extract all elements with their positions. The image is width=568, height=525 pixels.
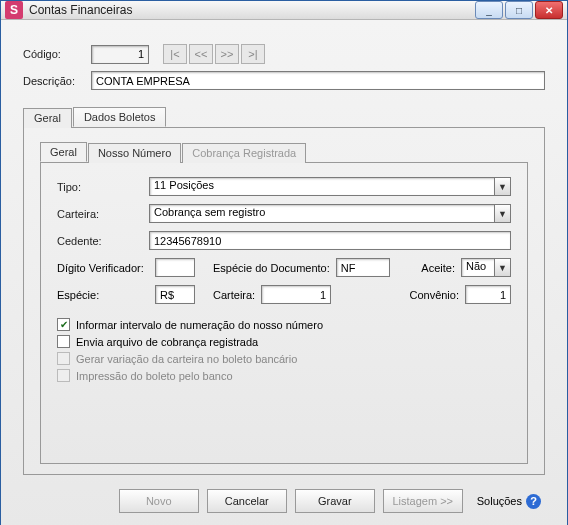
carteira2-input[interactable] [261,285,331,304]
tab-dados-boletos[interactable]: Dados Boletos [73,107,167,127]
inner-tab-geral[interactable]: Geral [40,142,87,162]
solucoes-label: Soluções [477,495,522,507]
inner-tab-panel: Tipo: 11 Posições ▼ Carteira: Cobrança s… [40,162,528,464]
novo-button: Novo [119,489,199,513]
button-bar: Novo Cancelar Gravar Listagem >> Soluçõe… [23,475,545,517]
chevron-down-icon[interactable]: ▼ [494,204,511,223]
checkbox-informar-intervalo-label: Informar intervalo de numeração do nosso… [76,319,323,331]
tipo-label: Tipo: [57,181,149,193]
carteira-combobox[interactable]: Cobrança sem registro ▼ [149,204,511,223]
checkbox-impressao-banco [57,369,70,382]
aceite-combobox[interactable]: Não ▼ [461,258,511,277]
close-icon: ✕ [545,5,553,16]
descricao-input[interactable] [91,71,545,90]
solucoes-link[interactable]: Soluções ? [477,494,541,509]
content-area: Código: |< << >> >| Descrição: Geral Dad… [1,20,567,525]
tipo-value: 11 Posições [149,177,494,196]
checkbox-impressao-banco-label: Impressão do boleto pelo banco [76,370,233,382]
outer-tabs: Geral Dados Boletos [23,107,545,127]
app-icon: S [5,1,23,19]
especie-label: Espécie: [57,289,149,301]
codigo-input[interactable] [91,45,149,64]
digito-label: Dígito Verificador: [57,262,149,274]
app-window: S Contas Financeiras _ □ ✕ Código: |< <<… [0,0,568,525]
convenio-label: Convênio: [409,289,459,301]
digito-input[interactable] [155,258,195,277]
checkbox-gerar-variacao [57,352,70,365]
close-button[interactable]: ✕ [535,1,563,19]
especie-input[interactable] [155,285,195,304]
inner-tabs: Geral Nosso Número Cobrança Registrada [40,142,528,162]
cedente-label: Cedente: [57,235,149,247]
outer-tab-panel: Geral Nosso Número Cobrança Registrada T… [23,127,545,475]
gravar-button[interactable]: Gravar [295,489,375,513]
minimize-icon: _ [486,5,492,16]
cancelar-button[interactable]: Cancelar [207,489,287,513]
carteira-label: Carteira: [57,208,149,220]
inner-tab-nosso-numero[interactable]: Nosso Número [88,143,181,163]
aceite-value: Não [461,258,494,277]
checkbox-envia-arquivo-label: Envia arquivo de cobrança registrada [76,336,258,348]
minimize-button[interactable]: _ [475,1,503,19]
cedente-input[interactable] [149,231,511,250]
checkbox-informar-intervalo[interactable]: ✔ [57,318,70,331]
chevron-down-icon[interactable]: ▼ [494,177,511,196]
tab-geral[interactable]: Geral [23,108,72,128]
especie-doc-input[interactable] [336,258,390,277]
listagem-button: Listagem >> [383,489,463,513]
descricao-label: Descrição: [23,75,83,87]
carteira2-label: Carteira: [213,289,255,301]
maximize-button[interactable]: □ [505,1,533,19]
checkbox-gerar-variacao-label: Gerar variação da carteira no boleto ban… [76,353,297,365]
nav-prev-button[interactable]: << [189,44,213,64]
carteira-value: Cobrança sem registro [149,204,494,223]
tipo-combobox[interactable]: 11 Posições ▼ [149,177,511,196]
aceite-label: Aceite: [421,262,455,274]
inner-tab-cobranca-registrada: Cobrança Registrada [182,143,306,163]
check-icon: ✔ [60,319,68,330]
window-title: Contas Financeiras [29,3,475,17]
nav-last-button[interactable]: >| [241,44,265,64]
codigo-label: Código: [23,48,83,60]
nav-next-button[interactable]: >> [215,44,239,64]
maximize-icon: □ [516,5,522,16]
nav-first-button[interactable]: |< [163,44,187,64]
convenio-input[interactable] [465,285,511,304]
checkbox-envia-arquivo[interactable] [57,335,70,348]
titlebar[interactable]: S Contas Financeiras _ □ ✕ [1,1,567,20]
especie-doc-label: Espécie do Documento: [213,262,330,274]
chevron-down-icon[interactable]: ▼ [494,258,511,277]
help-icon: ? [526,494,541,509]
